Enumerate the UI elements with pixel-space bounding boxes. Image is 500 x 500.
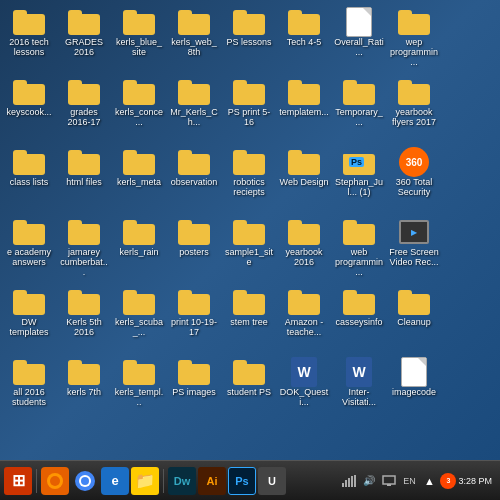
icon-label-kerls-web-8th: kerls_web_8th <box>169 38 219 58</box>
desktop-icon-placeholder2[interactable] <box>442 74 496 144</box>
desktop-icon-placeholder1[interactable] <box>442 4 496 74</box>
desktop-icon-stem-tree[interactable]: stem tree <box>222 284 276 354</box>
systray-expand[interactable]: ▲ <box>420 472 438 490</box>
desktop-icon-robotics-receipts[interactable]: robotics reciepts <box>222 144 276 214</box>
desktop-icon-overall-rati[interactable]: Overall_Rati... <box>332 4 386 74</box>
desktop-icon-observation[interactable]: observation <box>167 144 221 214</box>
desktop-icon-keyscook[interactable]: keyscook... <box>2 74 56 144</box>
desktop-icon-ps-print-5-16[interactable]: PS print 5-16 <box>222 74 276 144</box>
desktop-icon-kerls-conce[interactable]: kerls_conce... <box>112 74 166 144</box>
icon-label-templatem: templatem... <box>279 108 329 118</box>
folder-img <box>233 359 265 385</box>
desktop-icon-dok-questi[interactable]: DOK_Questi... <box>277 354 331 424</box>
systray-lang[interactable]: EN <box>400 472 418 490</box>
taskbar-chrome[interactable] <box>71 467 99 495</box>
desktop-icon-kerls-5th-2016[interactable]: Kerls 5th 2016 <box>57 284 111 354</box>
icon-label-dok-questi: DOK_Questi... <box>279 388 329 408</box>
desktop-icon-class-lists[interactable]: class lists <box>2 144 56 214</box>
icon-label-dw-templates: DW templates <box>4 318 54 338</box>
desktop-icon-amazon-teache[interactable]: Amazon -teache... <box>277 284 331 354</box>
desktop-icon-kerls-scuba[interactable]: kerls_scuba_... <box>112 284 166 354</box>
systray-network[interactable] <box>340 472 358 490</box>
folder-img <box>123 149 155 175</box>
doc-img <box>346 7 372 37</box>
desktop-icon-imagecode[interactable]: imagecode <box>387 354 441 424</box>
desktop-icon-ps-images[interactable]: PS images <box>167 354 221 424</box>
desktop-icon-all-2016-students[interactable]: all 2016 students <box>2 354 56 424</box>
icon-label-web-programming: web programmin... <box>334 248 384 278</box>
desktop-icon-kerls-templ[interactable]: kerls_templ... <box>112 354 166 424</box>
desktop-icon-placeholder4[interactable] <box>442 214 496 284</box>
icon-label-stem-tree: stem tree <box>230 318 268 328</box>
folder-img <box>13 289 45 315</box>
folder-img <box>13 219 45 245</box>
taskbar-file-manager[interactable]: 📁 <box>131 467 159 495</box>
folder-img <box>343 289 375 315</box>
desktop-icon-print-10-19-17[interactable]: print 10-19-17 <box>167 284 221 354</box>
icon-image-2016-tech-lessons <box>13 8 45 36</box>
desktop-icon-yearbook-flyers-2017[interactable]: yearbook flyers 2017 <box>387 74 441 144</box>
icon-label-overall-rati: Overall_Rati... <box>334 38 384 58</box>
desktop-icon-jamarey-cumberbat[interactable]: jamarey cumberbat... <box>57 214 111 284</box>
desktop-icon-posters[interactable]: posters <box>167 214 221 284</box>
folder-img <box>233 289 265 315</box>
taskbar-dreamweaver[interactable]: Dw <box>168 467 196 495</box>
desktop-icon-grades-2016-17[interactable]: grades 2016-17 <box>57 74 111 144</box>
taskbar-time: 3:28 PM <box>458 476 496 486</box>
svg-point-1 <box>50 476 60 486</box>
folder-img <box>123 289 155 315</box>
systray-360[interactable]: 3 <box>440 473 456 489</box>
desktop-icon-templatem[interactable]: templatem... <box>277 74 331 144</box>
desktop-icon-eacademy-answers[interactable]: e academy answers <box>2 214 56 284</box>
desktop-icon-kerls-7th[interactable]: kerls 7th <box>57 354 111 424</box>
desktop-icon-360-total-security[interactable]: 360 360 Total Security <box>387 144 441 214</box>
desktop-icon-cleanup[interactable]: Cleanup <box>387 284 441 354</box>
desktop-icon-free-screen-video-rec[interactable]: ▶ Free Screen Video Rec... <box>387 214 441 284</box>
folder-img <box>13 79 45 105</box>
desktop-icon-2016-tech-lessons[interactable]: 2016 tech lessons <box>2 4 56 74</box>
desktop-icon-web-design[interactable]: Web Design <box>277 144 331 214</box>
taskbar-illustrator[interactable]: Ai <box>198 467 226 495</box>
icon-image-dw-templates <box>13 288 45 316</box>
taskbar-utility[interactable]: U <box>258 467 286 495</box>
icon-label-grades-2016-17: grades 2016-17 <box>59 108 109 128</box>
icon-label-keyscook: keyscook... <box>6 108 51 118</box>
desktop-icon-student-ps[interactable]: student PS <box>222 354 276 424</box>
folder-img <box>68 289 100 315</box>
desktop-icon-casseysinfo[interactable]: casseysinfo <box>332 284 386 354</box>
taskbar-firefox[interactable] <box>41 467 69 495</box>
icon-label-casseysinfo: casseysinfo <box>335 318 382 328</box>
desktop-icon-grades-2016[interactable]: GRADES 2016 <box>57 4 111 74</box>
folder-img <box>288 9 320 35</box>
desktop-icon-mr-kerls-ch[interactable]: Mr_Kerls_Ch... <box>167 74 221 144</box>
folder-img <box>398 289 430 315</box>
desktop-icon-kerls-web-8th[interactable]: kerls_web_8th <box>167 4 221 74</box>
desktop-icon-kerls-rain[interactable]: kerls_rain <box>112 214 166 284</box>
desktop-icon-temporary[interactable]: Temporary_... <box>332 74 386 144</box>
desktop-icon-inter-visitati[interactable]: Inter-Visitati... <box>332 354 386 424</box>
desktop-icon-ps-lessons[interactable]: PS lessons <box>222 4 276 74</box>
systray-volume[interactable]: 🔊 <box>360 472 378 490</box>
taskbar-ie[interactable]: e <box>101 467 129 495</box>
desktop-icon-sample1-site[interactable]: sample1_site <box>222 214 276 284</box>
desktop-icon-dw-templates[interactable]: DW templates <box>2 284 56 354</box>
desktop-icon-kerls-blue-site[interactable]: kerls_blue_site <box>112 4 166 74</box>
folder-img <box>178 149 210 175</box>
desktop-icon-wep-programming[interactable]: wep programmin... <box>387 4 441 74</box>
desktop-icon-placeholder3[interactable] <box>442 144 496 214</box>
desktop-icon-stephan-jul[interactable]: Stephan_Jul... (1) <box>332 144 386 214</box>
desktop-icon-web-programming[interactable]: web programmin... <box>332 214 386 284</box>
desktop-icon-html-files[interactable]: html files <box>57 144 111 214</box>
taskbar-separator <box>36 469 37 493</box>
folder-img <box>123 79 155 105</box>
start-button[interactable]: ⊞ <box>4 467 32 495</box>
desktop-icon-kerls-meta[interactable]: kerls_meta <box>112 144 166 214</box>
icon-image-class-lists <box>13 148 45 176</box>
taskbar-photoshop[interactable]: Ps <box>228 467 256 495</box>
svg-rect-5 <box>342 483 344 487</box>
systray-display[interactable] <box>380 472 398 490</box>
desktop-icon-placeholder5[interactable] <box>442 284 496 354</box>
desktop-icon-tech-4-5[interactable]: Tech 4-5 <box>277 4 331 74</box>
desktop-icon-yearbook-2016[interactable]: yearbook 2016 <box>277 214 331 284</box>
folder-img <box>233 79 265 105</box>
